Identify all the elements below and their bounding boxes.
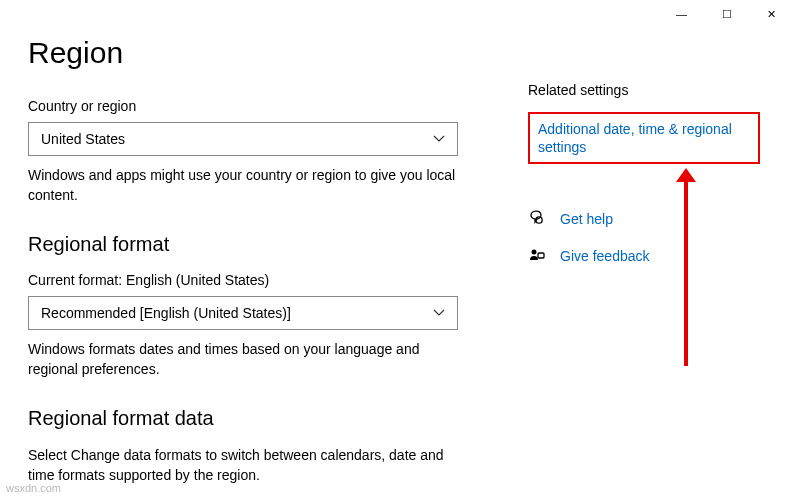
country-label: Country or region [28,98,478,114]
related-settings-heading: Related settings [528,82,766,98]
additional-settings-link[interactable]: Additional date, time & regional setting… [538,120,750,156]
get-help-item: Get help [528,210,766,228]
regional-format-heading: Regional format [28,233,478,256]
minimize-button[interactable]: — [659,0,704,28]
regional-format-data-desc: Select Change data formats to switch bet… [28,446,468,485]
regional-format-dropdown-value: Recommended [English (United States)] [41,305,291,321]
regional-format-data-heading: Regional format data [28,407,478,430]
maximize-button[interactable]: ☐ [704,0,749,28]
annotation-arrow [684,176,688,366]
feedback-icon [528,247,546,265]
main-column: Region Country or region United States W… [28,36,508,486]
related-settings-column: Related settings Additional date, time &… [508,36,766,486]
chevron-down-icon [433,131,445,147]
current-format-label: Current format: English (United States) [28,272,478,288]
titlebar: — ☐ ✕ [659,0,794,28]
svg-point-1 [532,249,537,254]
give-feedback-link[interactable]: Give feedback [560,247,650,265]
country-desc: Windows and apps might use your country … [28,166,468,205]
give-feedback-item: Give feedback [528,247,766,265]
regional-format-dropdown[interactable]: Recommended [English (United States)] [28,296,458,330]
chat-bubble-icon [528,210,546,228]
watermark: wsxdn.com [6,482,61,494]
get-help-link[interactable]: Get help [560,210,613,228]
country-dropdown[interactable]: United States [28,122,458,156]
country-dropdown-value: United States [41,131,125,147]
chevron-down-icon [433,305,445,321]
close-button[interactable]: ✕ [749,0,794,28]
svg-rect-2 [538,253,544,258]
regional-format-desc: Windows formats dates and times based on… [28,340,468,379]
page-title: Region [28,36,478,70]
additional-settings-highlight: Additional date, time & regional setting… [528,112,760,164]
